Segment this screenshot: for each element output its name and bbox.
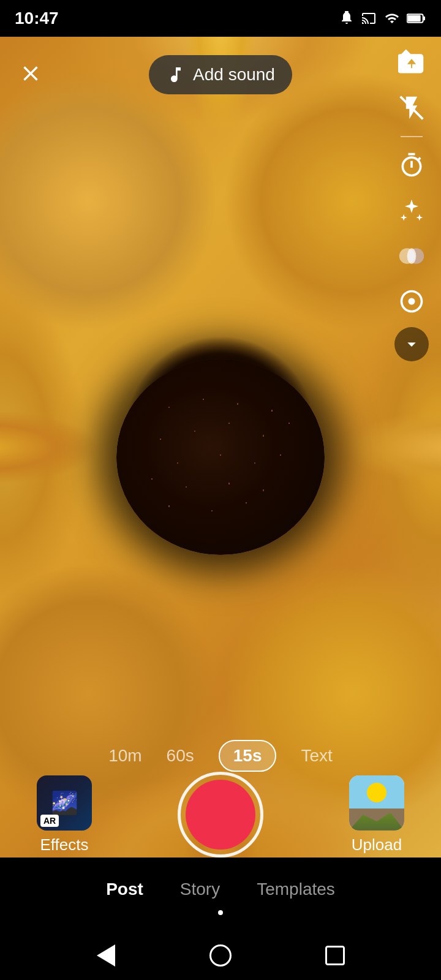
upload-icon-bg: [349, 775, 404, 831]
duration-10m[interactable]: 10m: [108, 746, 141, 766]
add-sound-label: Add sound: [193, 65, 275, 85]
upload-button[interactable]: Upload: [349, 775, 404, 854]
speed-button[interactable]: [392, 282, 431, 321]
close-button[interactable]: [12, 55, 49, 92]
svg-point-8: [409, 298, 415, 305]
svg-rect-3: [407, 15, 420, 22]
more-options-button[interactable]: [394, 327, 429, 361]
record-btn-outer: [178, 772, 263, 858]
recent-icon: [325, 946, 345, 965]
camera-controls: 🌌 AR Effects Upload: [0, 772, 441, 858]
top-controls: Add sound: [0, 43, 441, 94]
svg-rect-2: [423, 17, 425, 21]
duration-15s[interactable]: 15s: [219, 740, 277, 772]
tab-story[interactable]: Story: [180, 873, 220, 905]
effects-label: Effects: [40, 835, 88, 854]
flip-camera-button[interactable]: [392, 43, 431, 82]
speed-icon: [398, 288, 425, 315]
effects-button[interactable]: 🌌 AR Effects: [37, 775, 92, 854]
flip-icon: [398, 49, 425, 76]
system-nav: [0, 931, 441, 980]
recent-button[interactable]: [320, 940, 350, 971]
add-sound-button[interactable]: Add sound: [149, 55, 292, 94]
home-icon: [209, 944, 232, 967]
upload-label: Upload: [352, 835, 402, 854]
cast-icon: [360, 11, 377, 26]
ar-badge: AR: [40, 815, 59, 827]
duration-selector: 10m 60s 15s Text: [0, 740, 441, 772]
status-time: 10:47: [15, 9, 59, 28]
speed-icon-container: [396, 285, 428, 317]
notification-icon: [339, 11, 354, 26]
battery-icon: [407, 11, 426, 26]
duration-text[interactable]: Text: [301, 746, 332, 766]
timer-button[interactable]: [392, 146, 431, 185]
color-filter-button[interactable]: [392, 236, 431, 276]
music-note-icon: [166, 65, 186, 85]
flash-button[interactable]: [392, 88, 431, 127]
upload-icon-mountain: [349, 809, 404, 831]
back-icon: [97, 944, 115, 967]
back-button[interactable]: [91, 940, 121, 971]
sparkle-icon: [398, 197, 425, 224]
upload-icon-sun: [367, 783, 386, 802]
flash-off-icon: [398, 94, 425, 121]
chevron-down-icon: [402, 334, 421, 354]
sparkle-button[interactable]: [392, 191, 431, 230]
camera-viewfinder: [0, 37, 441, 858]
status-icons: [339, 11, 426, 26]
color-filter-icon: [398, 243, 425, 270]
nav-indicator: [218, 910, 223, 915]
bottom-nav: Post Story Templates: [0, 858, 441, 931]
record-button[interactable]: [178, 772, 263, 858]
tab-post[interactable]: Post: [106, 873, 143, 905]
status-bar: 10:47: [0, 0, 441, 37]
sunflower-seeds: [135, 375, 306, 535]
home-button[interactable]: [205, 940, 236, 971]
wifi-icon: [383, 11, 401, 26]
duration-60s[interactable]: 60s: [167, 746, 194, 766]
record-btn-inner: [186, 780, 255, 850]
nav-tabs: Post Story Templates: [106, 873, 335, 905]
timer-icon: [398, 152, 425, 179]
separator: [401, 136, 423, 137]
effects-icon: 🌌 AR: [37, 775, 92, 831]
tab-templates[interactable]: Templates: [257, 873, 335, 905]
svg-point-7: [407, 248, 417, 264]
upload-icon: [349, 775, 404, 831]
right-controls: [392, 43, 431, 361]
